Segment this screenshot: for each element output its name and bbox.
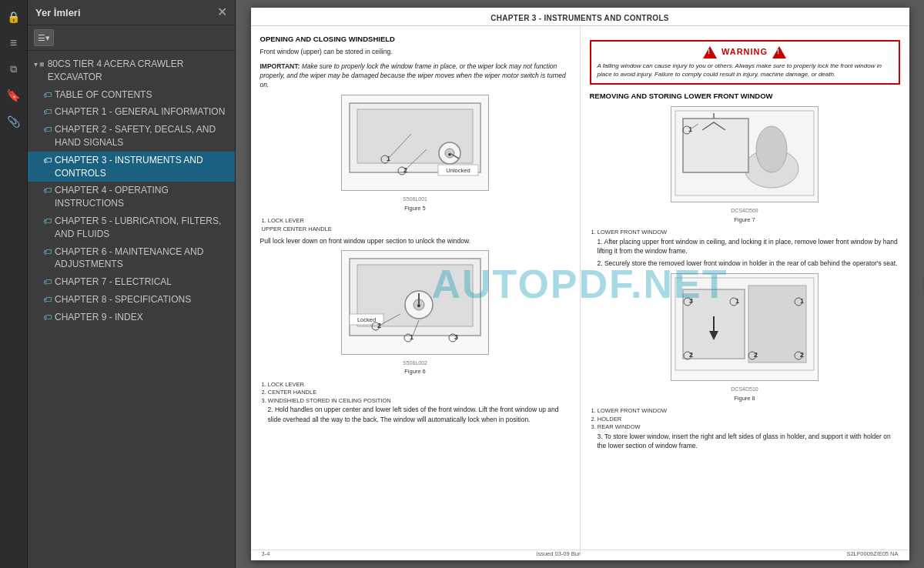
panel-title: Yer İmleri	[35, 7, 81, 18]
warning-box: WARNING A falling window can cause injur…	[590, 40, 900, 85]
bookmark-flag-icon: 🏷	[43, 216, 52, 227]
list-icon[interactable]: ≡	[3, 32, 25, 54]
bookmark-icon[interactable]: 🔖	[3, 85, 25, 106]
right-column: WARNING A falling window can cause injur…	[581, 26, 909, 556]
figure-6-label: Figure 6	[260, 368, 571, 376]
sidebar-item-ch2[interactable]: 🏷 CHAPTER 2 - SAFETY, DECALS, AND HAND S…	[28, 121, 235, 152]
svg-rect-33	[683, 119, 748, 172]
figure-8-label: Figure 8	[590, 395, 900, 403]
bookmark-flag-icon: 🏷	[43, 155, 52, 166]
figure-7-caption: 1. LOWER FRONT WINDOW	[590, 229, 900, 237]
figure-7-label: Figure 7	[590, 216, 900, 225]
sidebar-item-toc[interactable]: 🏷 TABLE OF CONTENTS	[28, 86, 235, 104]
figure-7-box: 1	[671, 106, 819, 203]
bookmark-flag-icon: 🏷	[43, 89, 52, 101]
folder-icon: ■	[39, 58, 45, 70]
sidebar-item-ch8[interactable]: 🏷 CHAPTER 8 - SPECIFICATIONS	[28, 291, 235, 309]
issued-info: Issued 03-09 Bur	[536, 550, 580, 557]
right-step3: 3. To store lower window, insert the rig…	[590, 432, 900, 451]
bookmark-flag-icon: 🏷	[43, 106, 52, 118]
figure-6-container: ● Locked 2 1 3	[260, 250, 571, 376]
figure-5-desc: Pull lock lever down on front window upp…	[260, 236, 571, 246]
pdf-page: AUTOPDF.NET CHAPTER 3 - INSTRUMENTS AND …	[251, 8, 909, 560]
doc-number: S2LF0009Z/E05 NA	[846, 550, 898, 557]
bookmark-flag-icon: 🏷	[43, 185, 52, 196]
figure-6-box: ● Locked 2 1 3	[341, 250, 489, 355]
page-footer: 3-4 Issued 03-09 Bur S2LF0009Z/E05 NA	[251, 550, 909, 557]
figure-8-caption: 1. LOWER FRONT WINDOW 2. HOLDER 3. REAR …	[590, 407, 900, 432]
warning-title: WARNING	[721, 46, 768, 58]
section-lower-window-title: REMOVING AND STORING LOWER FRONT WINDOW	[590, 91, 900, 101]
left-column: OPENING AND CLOSING WINDSHIELD Front win…	[251, 26, 581, 556]
bookmark-flag-icon: 🏷	[43, 294, 52, 306]
panel-header: Yer İmleri ✕	[28, 0, 235, 25]
expand-icon: ▾	[34, 59, 38, 70]
sidebar-item-ch3[interactable]: 🏷 CHAPTER 3 - INSTRUMENTS AND CONTROLS	[28, 152, 235, 182]
bookmark-flag-icon: 🏷	[43, 246, 52, 258]
figure-5-id: S506L001	[260, 195, 571, 203]
figure-5-caption: 1. LOCK LEVER UPPER CENTER HANDLE	[260, 217, 571, 233]
sidebar-item-ch7[interactable]: 🏷 CHAPTER 7 - ELECTRICAL	[28, 273, 235, 291]
warning-text: A falling window can cause injury to you…	[598, 62, 892, 79]
figure-7-svg: 1	[671, 107, 818, 199]
warning-header: WARNING	[598, 46, 892, 58]
figure-8-svg: 3 2 1 2 1 2	[671, 274, 818, 378]
section-windshield-title: OPENING AND CLOSING WINDSHIELD	[260, 34, 571, 44]
warning-triangle-left	[703, 46, 717, 58]
figure-5-box: ● Unlocked 1 2	[341, 95, 489, 192]
paperclip-icon[interactable]: 📎	[3, 111, 25, 132]
sidebar-item-ch4[interactable]: 🏷 CHAPTER 4 - OPERATING INSTRUCTIONS	[28, 182, 235, 212]
figure-6-id: S506L002	[260, 359, 571, 367]
bookmarks-root-item[interactable]: ▾ ■ 80CS TIER 4 ACERA CRAWLER EXCAVATOR	[28, 55, 235, 86]
pdf-viewer-area: AUTOPDF.NET CHAPTER 3 - INSTRUMENTS AND …	[236, 0, 924, 568]
figure-6-svg: ● Locked 2 1 3	[342, 251, 488, 351]
figure-7-container: 1 DCS4D569 Figure 7	[590, 106, 900, 224]
section-windshield-body: Front window (upper) can be stored in ce…	[260, 47, 571, 56]
figure-8-id: DCS4D510	[590, 386, 900, 393]
warning-triangle-right	[772, 46, 786, 58]
panel-toolbar: ☰▾	[28, 25, 235, 51]
bookmark-flag-icon: 🏷	[43, 312, 52, 323]
bookmark-flag-icon: 🏷	[43, 124, 52, 135]
figure-8-box: 3 2 1 2 1 2	[671, 273, 819, 382]
sidebar-item-ch9[interactable]: 🏷 CHAPTER 9 - INDEX	[28, 309, 235, 326]
copy-icon[interactable]: ⧉	[3, 58, 25, 80]
panel-tool-button[interactable]: ☰▾	[34, 29, 54, 46]
section-windshield-important: IMPORTANT: Make sure to properly lock th…	[260, 62, 571, 90]
page-number: 3-4	[262, 550, 270, 557]
bookmarks-panel: Yer İmleri ✕ ☰▾ ▾ ■ 80CS TIER 4 ACERA CR…	[28, 0, 236, 568]
sidebar-item-ch6[interactable]: 🏷 CHAPTER 6 - MAINTENANCE AND ADJUSTMENT…	[28, 243, 235, 274]
bookmark-flag-icon: 🏷	[43, 276, 52, 288]
page-body: OPENING AND CLOSING WINDSHIELD Front win…	[251, 26, 909, 556]
sidebar-item-ch1[interactable]: 🏷 CHAPTER 1 - GENERAL INFORMATION	[28, 103, 235, 121]
root-title: 80CS TIER 4 ACERA CRAWLER EXCAVATOR	[48, 58, 229, 84]
panel-close-button[interactable]: ✕	[217, 6, 227, 18]
left-toolbar: 🔒 ≡ ⧉ 🔖 📎	[0, 0, 28, 568]
right-step1: 1. After placing upper front window in c…	[590, 237, 900, 256]
bookmarks-list: ▾ ■ 80CS TIER 4 ACERA CRAWLER EXCAVATOR …	[28, 51, 235, 568]
bookmarks-root: ▾ ■ 80CS TIER 4 ACERA CRAWLER EXCAVATOR …	[28, 54, 235, 328]
lock-icon[interactable]: 🔒	[3, 6, 25, 28]
page-header: CHAPTER 3 - INSTRUMENTS AND CONTROLS	[251, 8, 909, 26]
figure-5-container: ● Unlocked 1 2	[260, 95, 571, 212]
figure-6-caption: 1. LOCK LEVER 2. CENTER HANDLE 3. WINDSH…	[260, 381, 571, 406]
figure-8-container: 3 2 1 2 1 2	[590, 273, 900, 403]
figure-5-svg: ● Unlocked 1 2	[342, 95, 488, 188]
figure-5-label: Figure 5	[260, 205, 571, 213]
sidebar-item-ch5[interactable]: 🏷 CHAPTER 5 - LUBRICATION, FILTERS, AND …	[28, 212, 235, 243]
svg-point-32	[756, 126, 787, 172]
svg-text:Locked: Locked	[357, 316, 376, 323]
svg-text:Unlocked: Unlocked	[446, 167, 470, 174]
right-step2: 2. Securely store the removed lower fron…	[590, 259, 900, 268]
figure-7-id: DCS4D569	[590, 207, 900, 215]
step2-text: 2. Hold handles on upper center and lowe…	[260, 405, 571, 424]
